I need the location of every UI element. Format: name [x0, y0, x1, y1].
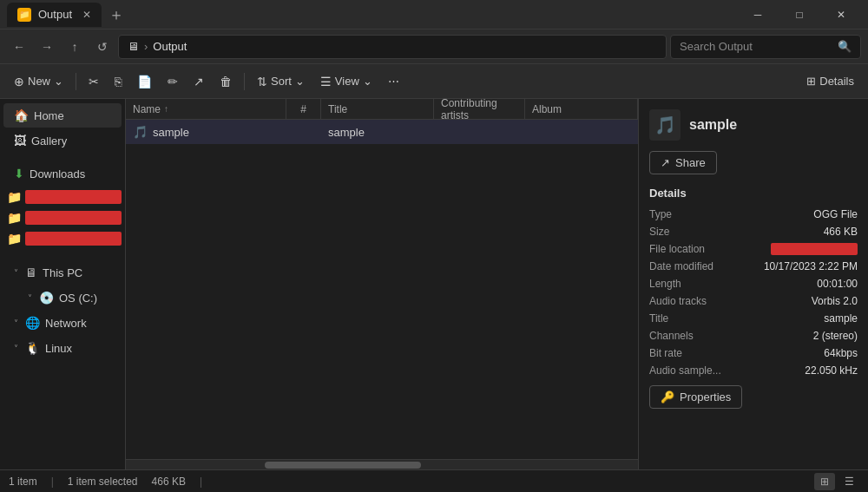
- table-row[interactable]: 🎵 sample sample: [126, 120, 638, 144]
- sidebar-item-network[interactable]: ˅ 🌐 Network: [3, 311, 122, 335]
- window-controls: ─ □ ✕: [738, 0, 861, 30]
- share-tool-icon: ↗: [194, 75, 204, 89]
- pc-icon: 🖥: [128, 40, 139, 53]
- tab[interactable]: 📁 Output ✕: [7, 3, 102, 27]
- file-column-headers: Name ↑ # Title Contributing artists Albu…: [126, 99, 638, 120]
- more-button[interactable]: ⋯: [381, 69, 406, 95]
- paste-button[interactable]: 📄: [130, 69, 159, 95]
- forward-button[interactable]: →: [35, 35, 59, 59]
- sidebar-item-thispc[interactable]: ˅ 🖥 This PC: [3, 260, 122, 285]
- status-sep-1: |: [51, 476, 54, 488]
- sidebar-folder-1[interactable]: 📁: [0, 187, 125, 207]
- detail-label-samplerate: Audio sample...: [649, 364, 721, 377]
- status-bar: 1 item | 1 item selected 466 KB | ⊞ ☰: [0, 469, 868, 492]
- new-arrow-icon: ⌄: [54, 75, 63, 88]
- delete-button[interactable]: 🗑: [213, 69, 239, 95]
- detail-value-samplerate: 22.050 kHz: [805, 364, 858, 377]
- grid-view-button[interactable]: ⊞: [814, 473, 835, 490]
- col-header-artists[interactable]: Contributing artists: [434, 99, 525, 119]
- maximize-button[interactable]: □: [779, 0, 819, 30]
- sidebar-folder-2[interactable]: 📁: [0, 207, 125, 228]
- title-bar: 📁 Output ✕ ＋ ─ □ ✕: [0, 0, 868, 30]
- sort-arrow-icon: ⌄: [295, 75, 305, 88]
- file-cell-album: [525, 120, 638, 144]
- detail-row-samplerate: Audio sample... 22.050 kHz: [649, 364, 858, 377]
- horizontal-scrollbar[interactable]: [126, 459, 638, 469]
- detail-row-channels: Channels 2 (stereo): [649, 330, 858, 342]
- address-input[interactable]: 🖥 › Output: [118, 35, 667, 59]
- back-button[interactable]: ←: [7, 35, 31, 59]
- folder-bar-1: [25, 190, 122, 204]
- sidebar-folder-3[interactable]: 📁: [0, 228, 125, 249]
- sidebar-item-home[interactable]: 🏠 Home: [3, 103, 122, 128]
- sidebar-label-home: Home: [34, 109, 64, 122]
- col-header-title[interactable]: Title: [321, 99, 434, 119]
- main-layout: 🏠 Home 🖼 Gallery ⬇ Downloads 📁 📁 📁 ˅: [0, 99, 868, 469]
- scrollbar-thumb[interactable]: [265, 462, 421, 469]
- new-tab-button[interactable]: ＋: [108, 4, 124, 25]
- path-separator: ›: [144, 40, 148, 53]
- properties-button[interactable]: 🔑 Properties: [649, 385, 742, 409]
- sort-label: Sort: [271, 75, 292, 88]
- detail-row-type: Type OGG File: [649, 208, 858, 220]
- copy-icon: ⎘: [115, 75, 122, 89]
- status-size: 466 KB: [152, 476, 186, 488]
- col-header-name[interactable]: Name ↑: [126, 99, 286, 119]
- share-btn-icon: ↗: [661, 156, 670, 169]
- tab-close-button[interactable]: ✕: [82, 9, 91, 21]
- network-icon: 🌐: [25, 316, 40, 330]
- new-button[interactable]: ⊕ New ⌄: [7, 69, 70, 95]
- search-box[interactable]: Search Output 🔍: [670, 35, 861, 59]
- detail-value-date: 10/17/2023 2:22 PM: [764, 260, 858, 272]
- sidebar-item-gallery[interactable]: 🖼 Gallery: [3, 128, 122, 153]
- close-button[interactable]: ✕: [821, 0, 861, 30]
- sidebar-label-thispc: This PC: [43, 266, 82, 279]
- view-button[interactable]: ☰ View ⌄: [313, 69, 379, 95]
- sidebar-label-gallery: Gallery: [31, 134, 67, 148]
- sidebar-item-osc[interactable]: ˅ 💿 OS (C:): [17, 285, 122, 310]
- col-header-album[interactable]: Album: [525, 99, 638, 119]
- tab-icon: 📁: [17, 8, 31, 22]
- share-tool-button[interactable]: ↗: [187, 69, 211, 95]
- properties-label: Properties: [680, 390, 731, 403]
- file-list-scroll[interactable]: 🎵 sample sample: [126, 120, 638, 459]
- details-button[interactable]: ⊞ Details: [799, 69, 861, 95]
- detail-value-audiotracks: Vorbis 2.0: [812, 295, 858, 307]
- col-header-number[interactable]: #: [286, 99, 321, 119]
- downloads-icon: ⬇: [14, 167, 24, 180]
- file-area: Name ↑ # Title Contributing artists Albu…: [126, 99, 638, 469]
- cut-button[interactable]: ✂: [82, 69, 106, 95]
- search-icon: 🔍: [838, 40, 852, 53]
- details-panel-icon: ⊞: [806, 75, 816, 88]
- view-arrow-icon: ⌄: [363, 75, 372, 88]
- list-view-button[interactable]: ☰: [838, 473, 859, 490]
- rename-button[interactable]: ✏: [161, 69, 185, 95]
- sidebar-item-downloads[interactable]: ⬇ Downloads: [3, 161, 122, 186]
- linux-icon: 🐧: [25, 341, 40, 355]
- toolbar-separator-1: [76, 73, 76, 90]
- detail-value-length: 00:01:00: [817, 278, 858, 290]
- new-icon: ⊕: [14, 75, 24, 89]
- detail-label-size: Size: [649, 226, 669, 238]
- toolbar-separator-2: [244, 73, 245, 90]
- refresh-button[interactable]: ↺: [90, 35, 115, 59]
- col-title-label: Title: [328, 103, 347, 115]
- detail-row-bitrate: Bit rate 64kbps: [649, 347, 858, 359]
- view-icon: ☰: [320, 75, 332, 89]
- minimize-button[interactable]: ─: [738, 0, 778, 30]
- search-placeholder: Search Output: [680, 40, 753, 53]
- sidebar-item-linux[interactable]: ˅ 🐧 Linux: [3, 336, 122, 360]
- detail-header: 🎵 sample: [649, 109, 858, 141]
- detail-row-size: Size 466 KB: [649, 226, 858, 238]
- file-name-value: sample: [153, 126, 189, 139]
- detail-filename: sample: [689, 117, 737, 133]
- share-button[interactable]: ↗ Share: [649, 151, 717, 174]
- copy-button[interactable]: ⎘: [108, 69, 128, 95]
- detail-row-audiotracks: Audio tracks Vorbis 2.0: [649, 295, 858, 307]
- up-button[interactable]: ↑: [62, 35, 87, 59]
- sort-button[interactable]: ⇅ Sort ⌄: [250, 69, 312, 95]
- details-panel: 🎵 sample ↗ Share Details Type OGG File S…: [638, 99, 868, 469]
- status-count: 1 item: [9, 476, 37, 488]
- sidebar-label-linux: Linux: [45, 342, 72, 355]
- folder-icon-3: 📁: [7, 232, 22, 246]
